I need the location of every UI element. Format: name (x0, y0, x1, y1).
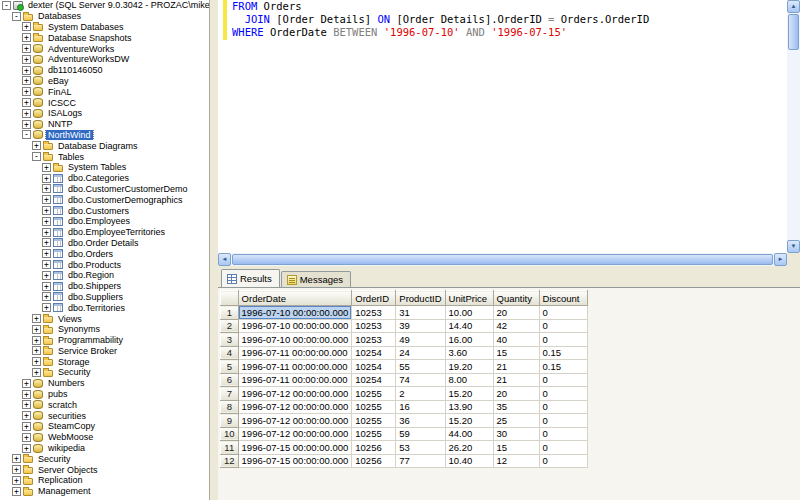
tree-item-isalogs[interactable]: +ISALogs (0, 108, 209, 119)
plus-expander-icon[interactable]: + (42, 217, 51, 226)
grid-cell[interactable]: 1996-07-11 00:00:00.000 (238, 373, 352, 387)
minus-expander-icon[interactable]: - (12, 12, 21, 21)
plus-expander-icon[interactable]: + (12, 476, 21, 485)
grid-cell[interactable]: 10253 (352, 319, 396, 333)
grid-cell[interactable]: 12 (493, 454, 539, 468)
tree-item-dbo-products[interactable]: +dbo.Products (0, 259, 209, 270)
grid-cell[interactable]: 35 (493, 400, 539, 414)
grid-cell[interactable]: 0 (539, 373, 587, 387)
grid-cell[interactable]: 24 (396, 346, 445, 360)
tree-item-wikipedia[interactable]: +wikipedia (0, 443, 209, 454)
plus-expander-icon[interactable]: + (22, 22, 31, 31)
grid-cell[interactable]: 15 (493, 346, 539, 360)
code-line[interactable]: WHERE OrderDate BETWEEN '1996-07-10' AND… (232, 26, 787, 39)
grid-cell[interactable]: 1996-07-15 00:00:00.000 (238, 441, 352, 455)
grid-cell[interactable]: 1996-07-12 00:00:00.000 (238, 414, 352, 428)
grid-cell[interactable]: 30 (493, 427, 539, 441)
tree-item-steamcopy[interactable]: +SteamCopy (0, 421, 209, 432)
tree-item-db110146050[interactable]: +db110146050 (0, 65, 209, 76)
tree-item-tables[interactable]: -Tables (0, 151, 209, 162)
vertical-scroll-thumb[interactable] (788, 14, 799, 50)
tree-item-database-snapshots[interactable]: +Database Snapshots (0, 32, 209, 43)
minus-expander-icon[interactable]: - (32, 152, 41, 161)
tree-item-dbo-employees[interactable]: +dbo.Employees (0, 216, 209, 227)
row-number-cell[interactable]: 3 (221, 333, 239, 347)
tab-messages[interactable]: Messages (281, 271, 351, 287)
plus-expander-icon[interactable]: + (42, 184, 51, 193)
tree-item-securities[interactable]: +securities (0, 410, 209, 421)
scroll-left-arrow-icon[interactable]: ◄ (218, 253, 231, 266)
plus-expander-icon[interactable]: + (22, 422, 31, 431)
grid-cell[interactable]: 1996-07-10 00:00:00.000 (238, 306, 352, 320)
grid-column-header-orderdate[interactable]: OrderDate (238, 291, 352, 306)
tree-item-dbo-customercustomerdemo[interactable]: +dbo.CustomerCustomerDemo (0, 184, 209, 195)
tree-item-dbo-region[interactable]: +dbo.Region (0, 270, 209, 281)
grid-cell[interactable]: 10253 (352, 333, 396, 347)
grid-cell[interactable]: 10.00 (445, 306, 493, 320)
grid-cell[interactable]: 13.90 (445, 400, 493, 414)
grid-cell[interactable]: 10256 (352, 441, 396, 455)
grid-cell[interactable]: 1996-07-10 00:00:00.000 (238, 333, 352, 347)
tree-item-adventureworks[interactable]: +AdventureWorks (0, 43, 209, 54)
grid-cell[interactable]: 1996-07-12 00:00:00.000 (238, 427, 352, 441)
tree-item-nntp[interactable]: +NNTP (0, 119, 209, 130)
tree-item-dbo-orders[interactable]: +dbo.Orders (0, 248, 209, 259)
plus-expander-icon[interactable]: + (22, 76, 31, 85)
grid-cell[interactable]: 8.00 (445, 373, 493, 387)
grid-cell[interactable]: 15.20 (445, 414, 493, 428)
plus-expander-icon[interactable]: + (42, 206, 51, 215)
tree-item-scratch[interactable]: +scratch (0, 399, 209, 410)
code-line[interactable]: FROM Orders (232, 0, 787, 13)
grid-column-header-unitprice[interactable]: UnitPrice (445, 291, 493, 306)
grid-cell[interactable]: 1996-07-15 00:00:00.000 (238, 454, 352, 468)
tree-item-dbo-customers[interactable]: +dbo.Customers (0, 205, 209, 216)
grid-cell[interactable]: 0 (539, 306, 587, 320)
tree-item-security[interactable]: +Security (0, 367, 209, 378)
plus-expander-icon[interactable]: + (32, 325, 41, 334)
tree-item-management[interactable]: +Management (0, 486, 209, 497)
plus-expander-icon[interactable]: + (22, 44, 31, 53)
grid-cell[interactable]: 0 (539, 427, 587, 441)
grid-cell[interactable]: 20 (493, 387, 539, 401)
plus-expander-icon[interactable]: + (12, 487, 21, 496)
plus-expander-icon[interactable]: + (42, 238, 51, 247)
plus-expander-icon[interactable]: + (42, 271, 51, 280)
plus-expander-icon[interactable]: + (22, 390, 31, 399)
grid-cell[interactable]: 0 (539, 387, 587, 401)
grid-cell[interactable]: 10254 (352, 360, 396, 374)
plus-expander-icon[interactable]: + (22, 33, 31, 42)
grid-cell[interactable]: 53 (396, 441, 445, 455)
tree-item-final[interactable]: +FinAL (0, 86, 209, 97)
grid-cell[interactable]: 10256 (352, 454, 396, 468)
grid-cell[interactable]: 42 (493, 319, 539, 333)
grid-cell[interactable]: 21 (493, 360, 539, 374)
sql-editor[interactable]: FROM Orders JOIN [Order Details] ON [Ord… (218, 0, 787, 253)
grid-cell[interactable]: 0 (539, 414, 587, 428)
row-number-cell[interactable]: 7 (221, 387, 239, 401)
tree-item-databases[interactable]: -Databases (0, 11, 209, 22)
plus-expander-icon[interactable]: + (32, 141, 41, 150)
grid-cell[interactable]: 20 (493, 306, 539, 320)
sql-editor-code[interactable]: FROM Orders JOIN [Order Details] ON [Ord… (232, 0, 787, 253)
tree-item-dbo-order-details[interactable]: +dbo.Order Details (0, 238, 209, 249)
row-number-cell[interactable]: 1 (221, 306, 239, 320)
grid-cell[interactable]: 10255 (352, 400, 396, 414)
grid-cell[interactable]: 0 (539, 333, 587, 347)
grid-column-header-quantity[interactable]: Quantity (493, 291, 539, 306)
grid-column-header-orderid[interactable]: OrderID (352, 291, 396, 306)
row-number-cell[interactable]: 9 (221, 414, 239, 428)
grid-cell[interactable]: 31 (396, 306, 445, 320)
grid-cell[interactable]: 1996-07-12 00:00:00.000 (238, 387, 352, 401)
grid-cell[interactable]: 36 (396, 414, 445, 428)
tree-item-views[interactable]: +Views (0, 313, 209, 324)
grid-cell[interactable]: 16 (396, 400, 445, 414)
row-number-cell[interactable]: 2 (221, 319, 239, 333)
tree-item-dbo-shippers[interactable]: +dbo.Shippers (0, 281, 209, 292)
editor-vertical-scrollbar[interactable]: ▲ ▼ (787, 0, 800, 253)
tree-item-northwind[interactable]: -NorthWind (0, 130, 209, 141)
tree-item-security[interactable]: +Security (0, 453, 209, 464)
plus-expander-icon[interactable]: + (42, 228, 51, 237)
tree-item-dexter-sql-server-9-0-3042-prozac-mikeblas[interactable]: -dexter (SQL Server 9.0.3042 - PROZAC\mi… (0, 0, 209, 11)
grid-cell[interactable]: 1996-07-11 00:00:00.000 (238, 360, 352, 374)
grid-cell[interactable]: 25 (493, 414, 539, 428)
